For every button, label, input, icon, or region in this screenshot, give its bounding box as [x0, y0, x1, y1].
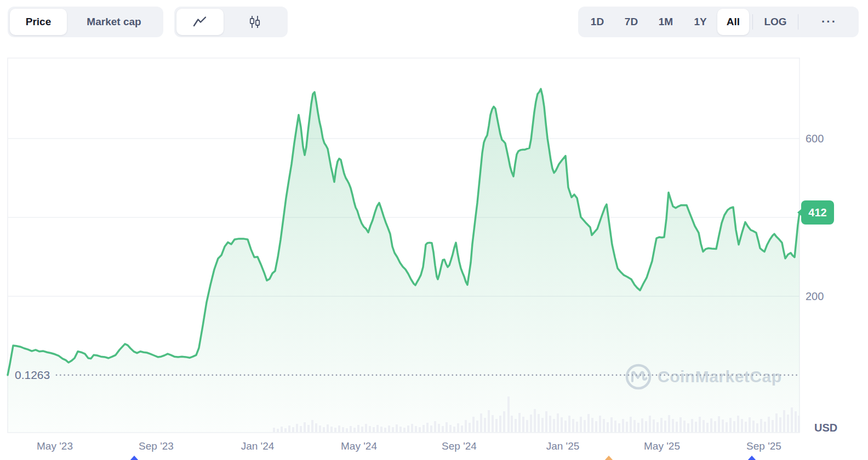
tab-market-cap-label: Market cap	[87, 16, 141, 28]
price-chart[interactable]	[0, 0, 868, 460]
x-axis-tick: May '24	[341, 440, 377, 452]
y-axis-tick-200: 200	[806, 290, 824, 303]
range-1m-label: 1M	[659, 16, 673, 28]
range-7d-label: 7D	[625, 16, 638, 28]
log-label: LOG	[764, 16, 786, 28]
tab-price[interactable]: Price	[10, 9, 67, 35]
x-axis-tick: Sep '23	[139, 440, 174, 452]
line-chart-icon	[193, 16, 207, 28]
range-all[interactable]: All	[717, 9, 749, 35]
tab-market-cap[interactable]: Market cap	[67, 9, 161, 35]
range-divider	[752, 14, 753, 30]
volume-bars	[273, 396, 800, 432]
coinmarketcap-logo-icon	[625, 363, 652, 390]
x-axis-tick: Jan '25	[546, 440, 580, 452]
x-axis-tick: May '25	[644, 440, 680, 452]
x-axis-tick: Jan '24	[241, 440, 275, 452]
x-axis-tick: Sep '25	[746, 440, 781, 452]
range-1d-label: 1D	[591, 16, 604, 28]
candlestick-chart-icon	[249, 15, 261, 28]
event-marker-triangle[interactable]	[747, 456, 757, 460]
range-divider	[798, 14, 798, 30]
currency-label: USD	[814, 422, 837, 434]
x-axis-tick: Sep '24	[442, 440, 477, 452]
price-marketcap-toggle: Price Market cap	[8, 7, 163, 37]
baseline-price-label: 0.1263	[15, 369, 50, 382]
log-scale-button[interactable]: LOG	[756, 9, 795, 35]
event-marker-triangle[interactable]	[129, 456, 139, 460]
price-line	[8, 89, 800, 375]
range-selector: 1D 7D 1M 1Y All LOG ···	[578, 7, 859, 37]
range-1y[interactable]: 1Y	[683, 9, 717, 35]
ellipsis-icon: ···	[821, 15, 837, 29]
event-marker-triangle[interactable]	[604, 456, 614, 460]
range-1d[interactable]: 1D	[580, 9, 614, 35]
range-7d[interactable]: 7D	[614, 9, 648, 35]
candlestick-chart-button[interactable]	[224, 9, 285, 35]
range-all-label: All	[727, 16, 740, 28]
tab-price-label: Price	[26, 16, 51, 28]
x-axis-tick: May '23	[37, 440, 73, 452]
coinmarketcap-watermark: CoinMarketCap	[625, 363, 782, 390]
range-1m[interactable]: 1M	[648, 9, 683, 35]
chart-type-toggle	[174, 7, 288, 37]
line-chart-button[interactable]	[176, 9, 224, 35]
current-price-badge: 412	[801, 200, 834, 225]
more-options-button[interactable]: ···	[802, 9, 856, 35]
watermark-text: CoinMarketCap	[658, 367, 782, 386]
range-1y-label: 1Y	[694, 16, 706, 28]
y-axis-tick-600: 600	[806, 133, 824, 145]
